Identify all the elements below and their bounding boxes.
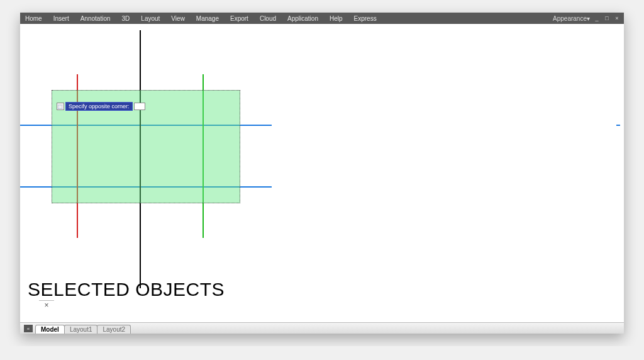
drawing-canvas[interactable]: ⬚ Specify opposite corner: SELECTED OBJE… <box>20 24 624 322</box>
menu-home[interactable]: Home <box>25 15 42 22</box>
tab-layout1[interactable]: Layout1 <box>64 325 98 334</box>
menu-items: Home Insert Annotation 3D Layout View Ma… <box>25 15 377 22</box>
menu-insert[interactable]: Insert <box>53 15 69 22</box>
menu-annotation[interactable]: Annotation <box>80 15 111 22</box>
appearance-dropdown[interactable]: Appearance▾ <box>553 15 590 22</box>
menubar: Home Insert Annotation 3D Layout View Ma… <box>20 13 624 24</box>
cad-window: Home Insert Annotation 3D Layout View Ma… <box>20 13 624 334</box>
close-button[interactable]: × <box>614 15 620 21</box>
statusbar: « Model Layout1 Layout2 <box>20 322 624 334</box>
restore-button[interactable]: □ <box>604 15 610 21</box>
menu-layout[interactable]: Layout <box>141 15 160 22</box>
menu-3d[interactable]: 3D <box>122 15 130 22</box>
menu-cloud[interactable]: Cloud <box>260 15 276 22</box>
chevron-down-icon: ▾ <box>587 15 590 22</box>
prompt-icon: ⬚ <box>57 103 64 110</box>
tab-toggle-icon[interactable]: « <box>24 325 33 332</box>
menu-express[interactable]: Express <box>354 15 377 22</box>
page-title: SELECTED OBJECTS <box>28 279 225 300</box>
menu-help[interactable]: Help <box>330 15 343 22</box>
appearance-group: Appearance▾ _ □ × <box>553 13 620 24</box>
minimize-button[interactable]: _ <box>594 15 600 21</box>
menu-application[interactable]: Application <box>287 15 318 22</box>
command-prompt: ⬚ Specify opposite corner: <box>57 102 145 111</box>
prompt-input[interactable] <box>134 103 145 110</box>
menu-export[interactable]: Export <box>230 15 248 22</box>
menu-manage[interactable]: Manage <box>196 15 219 22</box>
tab-model[interactable]: Model <box>35 325 65 334</box>
appearance-label-text: Appearance <box>553 15 587 22</box>
prompt-label: Specify opposite corner: <box>65 102 133 111</box>
tab-layout2[interactable]: Layout2 <box>97 325 131 334</box>
menu-view[interactable]: View <box>171 15 185 22</box>
horizontal-tick <box>616 125 620 126</box>
close-mark: × <box>39 300 54 310</box>
